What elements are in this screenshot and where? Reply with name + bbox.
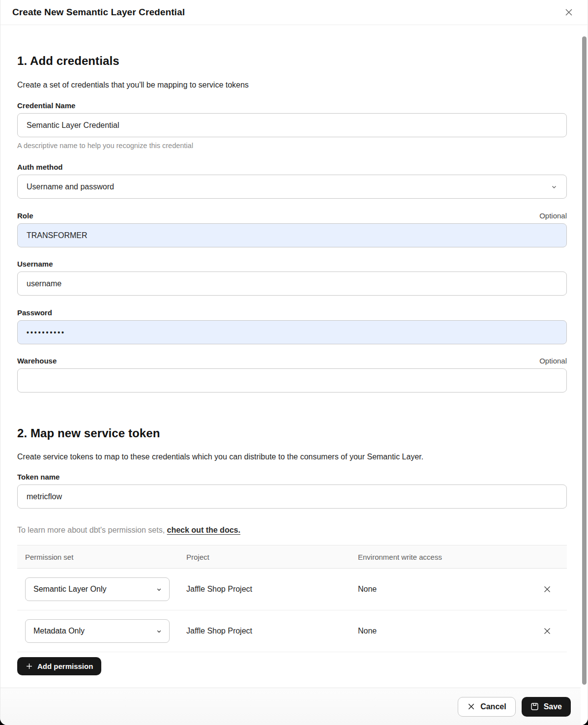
remove-permission-button[interactable]: [539, 581, 555, 597]
section1-description: Create a set of credentials that you'll …: [17, 81, 567, 90]
docs-link[interactable]: check out the docs.: [167, 526, 240, 534]
permission-set-select[interactable]: Semantic Layer Only: [25, 577, 170, 601]
permission-set-value: Semantic Layer Only: [33, 585, 107, 594]
permissions-table-header: Permission set Project Environment write…: [17, 545, 567, 569]
column-header-env-write-access: Environment write access: [358, 553, 535, 561]
credential-name-label: Credential Name: [17, 101, 75, 110]
remove-permission-button[interactable]: [539, 623, 555, 639]
add-permission-button[interactable]: Add permission: [17, 657, 101, 675]
column-header-project: Project: [186, 553, 358, 561]
section2-description: Create service tokens to map to these cr…: [17, 453, 567, 461]
plus-icon: [26, 663, 33, 670]
floppy-disk-icon: [530, 702, 539, 711]
env-write-access-cell: None: [358, 585, 535, 594]
warehouse-input[interactable]: [17, 368, 567, 393]
project-cell: Jaffle Shop Project: [186, 585, 358, 594]
username-label: Username: [17, 260, 53, 268]
auth-method-value: Username and password: [27, 182, 114, 191]
token-name-input[interactable]: [17, 484, 567, 509]
token-name-label: Token name: [17, 473, 59, 481]
add-permission-label: Add permission: [37, 662, 93, 670]
scrollbar: [581, 26, 588, 725]
x-mark-icon: [543, 585, 552, 594]
cancel-button[interactable]: Cancel: [458, 697, 515, 717]
save-label: Save: [544, 702, 562, 711]
x-mark-icon: [543, 627, 552, 635]
save-button[interactable]: Save: [522, 697, 571, 717]
permission-set-select[interactable]: Metadata Only: [25, 619, 170, 643]
cancel-label: Cancel: [480, 702, 506, 711]
chevron-down-icon: [156, 628, 162, 634]
column-header-permission-set: Permission set: [25, 553, 186, 561]
role-label: Role: [17, 211, 33, 220]
modal-body: 1. Add credentials Create a set of crede…: [0, 25, 588, 688]
close-button[interactable]: [562, 5, 576, 19]
permission-set-value: Metadata Only: [33, 627, 85, 635]
table-row: Semantic Layer Only Jaffle Shop Project …: [17, 569, 567, 610]
credential-name-helper: A descriptive name to help you recognize…: [17, 142, 567, 150]
role-input[interactable]: [17, 223, 567, 247]
username-input[interactable]: [17, 272, 567, 296]
modal-footer: Cancel Save: [0, 688, 588, 725]
modal-header: Create New Semantic Layer Credential: [0, 0, 588, 25]
project-cell: Jaffle Shop Project: [186, 627, 358, 635]
credential-name-input[interactable]: [17, 113, 567, 137]
warehouse-label: Warehouse: [17, 357, 57, 365]
close-icon: [564, 7, 574, 17]
table-row: Metadata Only Jaffle Shop Project None: [17, 610, 567, 652]
env-write-access-cell: None: [358, 627, 535, 635]
chevron-down-icon: [551, 183, 558, 190]
password-input[interactable]: [17, 320, 567, 344]
section2-heading: 2. Map new service token: [17, 426, 567, 440]
auth-method-select[interactable]: Username and password: [17, 175, 567, 199]
create-credential-modal: Create New Semantic Layer Credential 1. …: [0, 0, 588, 725]
section1-heading: 1. Add credentials: [17, 54, 567, 68]
role-optional-tag: Optional: [539, 211, 567, 220]
auth-method-label: Auth method: [17, 163, 62, 171]
modal-title: Create New Semantic Layer Credential: [12, 7, 185, 18]
permission-docs-note: To learn more about dbt's permission set…: [17, 526, 567, 535]
warehouse-optional-tag: Optional: [539, 357, 567, 365]
password-label: Password: [17, 308, 52, 317]
chevron-down-icon: [156, 586, 162, 593]
docs-note-prefix: To learn more about dbt's permission set…: [17, 526, 167, 534]
permissions-table: Permission set Project Environment write…: [17, 545, 567, 652]
x-mark-icon: [467, 702, 475, 711]
scrollbar-thumb[interactable]: [582, 36, 587, 685]
